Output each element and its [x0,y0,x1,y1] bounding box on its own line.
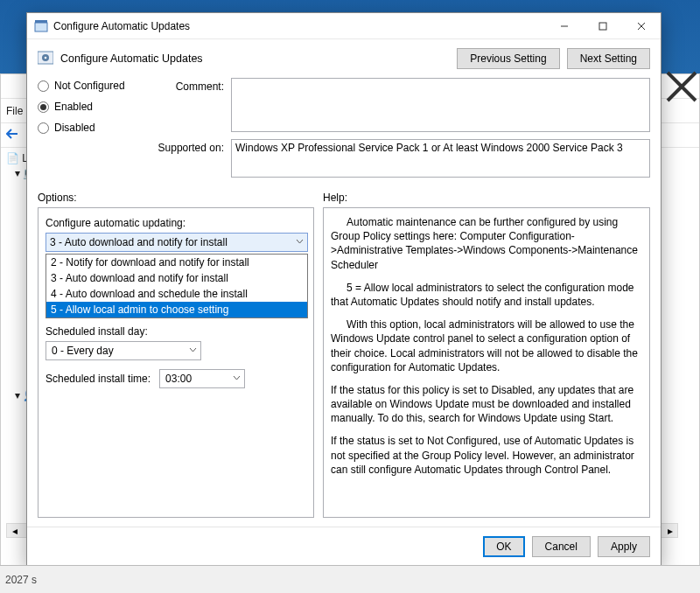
scroll-right-icon[interactable]: ▸ [662,524,677,537]
bg-close-button[interactable] [664,74,699,99]
options-pane: Configure automatic updating: 3 - Auto d… [38,207,314,518]
svg-point-5 [45,56,47,59]
cancel-button[interactable]: Cancel [532,536,591,557]
apply-button[interactable]: Apply [598,536,650,557]
chevron-down-icon [189,345,197,357]
install-day-label: Scheduled install day: [46,325,306,338]
dropdown-option[interactable]: 5 - Allow local admin to choose setting [46,302,307,317]
radio-enabled[interactable]: Enabled [38,101,134,113]
maximize-button[interactable] [584,13,622,39]
help-pane[interactable]: Automatic maintenance can be further con… [323,207,650,518]
help-text: If the status for this policy is set to … [331,383,642,426]
ok-button[interactable]: OK [483,536,524,557]
configure-updating-label: Configure automatic updating: [46,217,306,229]
install-time-select[interactable]: 03:00 [159,369,245,388]
chevron-down-icon [296,236,304,248]
chevron-down-icon [233,373,241,385]
comment-textarea[interactable] [231,78,650,132]
svg-rect-0 [35,23,47,31]
minimize-button[interactable] [545,13,584,39]
configure-updating-select[interactable]: 3 - Auto download and notify for install [46,233,308,252]
configure-updating-dropdown[interactable]: 2 - Notify for download and notify for i… [46,254,308,318]
comment-label: Comment: [150,78,224,132]
options-heading: Options: [38,192,323,204]
install-time-label: Scheduled install time: [46,373,150,385]
close-button[interactable] [622,13,661,39]
previous-setting-button[interactable]: Previous Setting [457,48,559,69]
scroll-left-icon[interactable]: ◂ [7,524,22,537]
svg-rect-1 [35,20,47,23]
next-setting-button[interactable]: Next Setting [567,48,650,69]
help-text: Automatic maintenance can be further con… [331,215,642,272]
dropdown-option[interactable]: 3 - Auto download and notify for install [46,270,307,286]
dropdown-option[interactable]: 4 - Auto download and schedule the insta… [46,286,307,302]
status-text: 2027 s [5,574,37,586]
radio-not-configured[interactable]: Not Configured [38,80,134,92]
install-day-select[interactable]: 0 - Every day [46,341,201,360]
dialog-icon [34,19,48,33]
supported-label: Supported on: [150,139,224,178]
radio-disabled[interactable]: Disabled [38,122,134,134]
dialog-subtitle: Configure Automatic Updates [60,52,203,65]
dialog-buttons: OK Cancel Apply [27,527,661,566]
help-text: If the status is set to Not Configured, … [331,434,642,477]
supported-text: Windows XP Professional Service Pack 1 o… [231,139,650,178]
dialog-titlebar: Configure Automatic Updates [27,13,661,39]
back-icon[interactable] [6,128,18,143]
help-heading: Help: [323,192,347,204]
help-text: 5 = Allow local administrators to select… [331,281,642,309]
policy-icon [38,50,53,68]
help-text: With this option, local administrators w… [331,317,642,374]
taskbar[interactable]: 2027 s [0,565,700,593]
svg-rect-2 [599,23,606,30]
bg-menu-file[interactable]: File [6,105,23,117]
dialog-title: Configure Automatic Updates [53,20,545,32]
dialog-subheader: Configure Automatic Updates Previous Set… [27,39,661,78]
dropdown-option[interactable]: 2 - Notify for download and notify for i… [46,255,307,270]
configure-updates-dialog: Configure Automatic Updates Configure Au… [26,12,662,567]
state-radio-group: Not Configured Enabled Disabled [38,78,134,134]
